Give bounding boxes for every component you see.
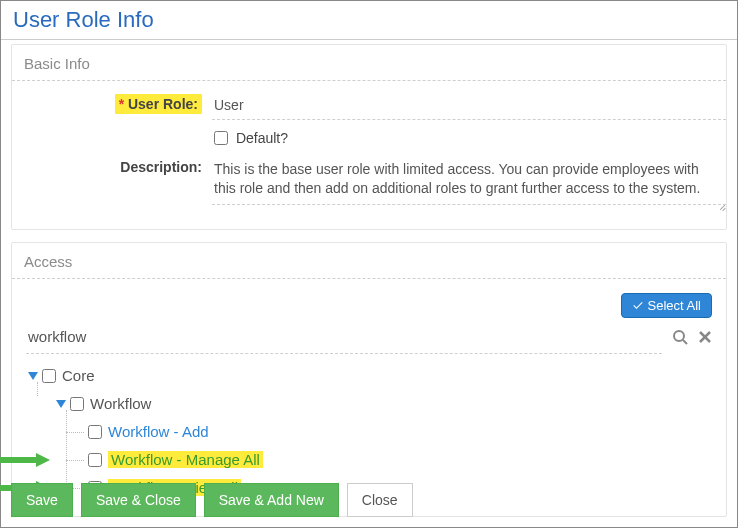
description-label: Description: (12, 156, 212, 175)
search-input[interactable] (26, 324, 662, 354)
dialog-title: User Role Info (1, 1, 737, 40)
description-row: Description: This is the base user role … (12, 156, 726, 205)
tree-node-core[interactable]: Core (28, 362, 712, 390)
save-add-button[interactable]: Save & Add New (204, 483, 339, 517)
clear-search-icon[interactable] (698, 330, 712, 348)
basic-info-legend: Basic Info (12, 45, 726, 81)
tree-leaf: Workflow - Manage All (28, 446, 712, 474)
search-icon[interactable] (672, 329, 688, 349)
save-close-button[interactable]: Save & Close (81, 483, 196, 517)
access-legend: Access (12, 243, 726, 279)
dialog-content: Basic Info * User Role: User (1, 40, 737, 517)
permission-checkbox[interactable] (88, 425, 102, 439)
user-role-label-text: User Role: (128, 96, 198, 112)
tree-node-workflow[interactable]: Workflow (28, 390, 712, 418)
tree-leaf: Workflow - Add (28, 418, 712, 446)
access-section: Access Select All (11, 242, 727, 517)
user-role-label: * User Role: (115, 94, 202, 114)
permission-link[interactable]: Workflow - Add (108, 423, 209, 440)
save-button[interactable]: Save (11, 483, 73, 517)
resize-handle-icon[interactable] (716, 201, 726, 211)
user-role-row: * User Role: User (12, 93, 726, 120)
close-button[interactable]: Close (347, 483, 413, 517)
dialog-footer: Save Save & Close Save & Add New Close (11, 483, 413, 517)
user-role-input[interactable]: User (212, 93, 726, 120)
check-icon (632, 299, 644, 311)
default-label-text: Default? (236, 130, 288, 146)
description-input[interactable]: This is the base user role with limited … (212, 156, 726, 205)
default-checkbox-label[interactable]: Default? (212, 126, 290, 154)
basic-info-section: Basic Info * User Role: User (11, 44, 727, 230)
select-all-button[interactable]: Select All (621, 293, 712, 318)
core-checkbox[interactable] (42, 369, 56, 383)
required-asterisk: * (119, 96, 124, 112)
permission-tree: Core Workflow Workflow - Add Workflow - … (28, 362, 712, 502)
select-all-label: Select All (648, 298, 701, 313)
permission-link[interactable]: Workflow - Manage All (108, 451, 263, 468)
permission-checkbox[interactable] (88, 453, 102, 467)
default-checkbox[interactable] (214, 131, 228, 145)
user-role-dialog: User Role Info Basic Info * User Role: U… (0, 0, 738, 528)
svg-line-1 (683, 340, 687, 344)
workflow-checkbox[interactable] (70, 397, 84, 411)
svg-point-0 (674, 331, 684, 341)
default-row: Default? (12, 130, 726, 146)
tree-label-core: Core (62, 367, 95, 384)
tree-label-workflow: Workflow (90, 395, 151, 412)
caret-down-icon[interactable] (56, 400, 66, 408)
caret-down-icon[interactable] (28, 372, 38, 380)
